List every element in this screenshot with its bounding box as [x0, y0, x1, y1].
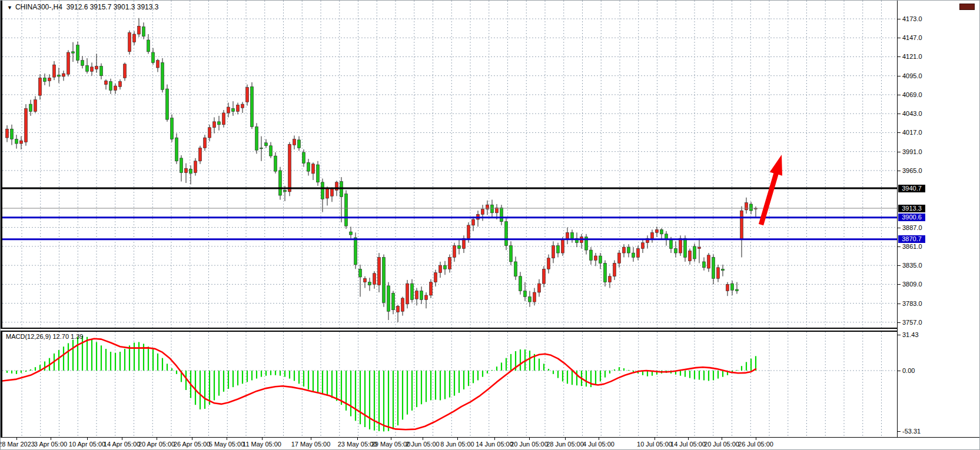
- up-arrow-annotation[interactable]: [759, 155, 782, 225]
- price-tick-label: 3757.0: [902, 319, 922, 326]
- candle-bearish: [693, 246, 696, 259]
- time-label: 5 May 05:00: [209, 441, 245, 448]
- candle-bullish: [609, 276, 612, 282]
- candle-bullish: [637, 249, 640, 258]
- price-badge-3913.3: 3913.3: [898, 205, 925, 212]
- time-tick: [192, 438, 192, 440]
- candle-bullish: [467, 225, 470, 238]
- macd-axis-label: -53.31: [902, 428, 921, 435]
- candle-bearish: [11, 129, 14, 139]
- price-tick-label: 3783.0: [902, 300, 922, 307]
- candle-bearish: [142, 27, 145, 36]
- price-badge-3900.6: 3900.6: [898, 214, 925, 221]
- candle-bearish: [298, 140, 301, 148]
- price-axis[interactable]: 4173.04147.04121.04095.04069.04043.04017…: [897, 1, 980, 437]
- time-label: 29 May 05:00: [371, 441, 411, 448]
- candle-bearish: [712, 257, 715, 278]
- candle-bearish: [190, 169, 192, 173]
- candle-bearish: [514, 262, 517, 276]
- price-tick-label: 4121.0: [902, 53, 922, 60]
- chevron-down-icon[interactable]: ▼: [7, 5, 12, 11]
- candle-bearish: [274, 156, 277, 171]
- candle-bullish: [538, 284, 541, 292]
- axis-tick: [898, 38, 901, 38]
- time-tick: [565, 438, 566, 440]
- candle-bearish: [232, 109, 235, 112]
- candle-bearish: [392, 293, 395, 310]
- candle-bullish: [656, 229, 659, 232]
- candle-bullish: [613, 263, 616, 276]
- price-tick-label: 4043.0: [902, 110, 922, 117]
- axis-tick: [898, 171, 901, 171]
- time-tick: [391, 438, 391, 440]
- candle-bearish: [750, 204, 753, 211]
- time-label: 17 May 05:00: [291, 441, 331, 448]
- time-axis[interactable]: 28 Mar 20233 Apr 05:0010 Apr 05:0014 Apr…: [1, 437, 980, 450]
- candle-bearish: [359, 269, 362, 277]
- candle-bullish: [105, 81, 108, 84]
- candle-bullish: [20, 141, 23, 144]
- price-chart[interactable]: [2, 1, 897, 328]
- axis-tick: [898, 304, 901, 304]
- candle-bearish: [354, 238, 357, 265]
- candle-bearish: [660, 229, 663, 234]
- candle-bearish: [270, 146, 273, 156]
- candle-bullish: [449, 257, 451, 269]
- candle-bullish: [34, 100, 37, 112]
- candle-bearish: [303, 152, 305, 164]
- candle-bearish: [307, 162, 310, 171]
- candle-bearish: [491, 205, 494, 213]
- time-label: 20 Apr 05:00: [138, 441, 175, 448]
- candle-bearish: [383, 257, 386, 302]
- candle-bullish: [698, 247, 701, 248]
- candle-bullish: [39, 78, 42, 95]
- time-tick: [423, 438, 423, 440]
- candle-bullish: [378, 257, 381, 285]
- time-tick: [357, 438, 358, 440]
- candle-bullish: [246, 88, 249, 102]
- candle-bearish: [72, 52, 75, 53]
- candle-bullish: [199, 148, 202, 161]
- time-label: 10 Apr 05:00: [69, 441, 105, 448]
- candle-bearish: [632, 253, 635, 257]
- candle-bearish: [458, 246, 461, 249]
- time-tick: [756, 438, 756, 440]
- time-tick: [51, 438, 51, 440]
- candle-bearish: [571, 232, 574, 238]
- candle-bullish: [48, 78, 51, 81]
- candle-bearish: [510, 246, 513, 262]
- time-tick: [457, 438, 458, 440]
- candle-bullish: [707, 255, 710, 268]
- candle-bullish: [326, 188, 329, 198]
- corner-marker: [959, 4, 975, 10]
- candle-bullish: [288, 144, 291, 192]
- time-label: 14 Jul 05:00: [670, 441, 706, 448]
- candle-bullish: [397, 306, 400, 312]
- candle-bearish: [444, 265, 447, 269]
- ohlc-values: 3912.6 3915.7 3901.3 3913.3: [67, 3, 159, 11]
- candle-bullish: [481, 209, 484, 215]
- candle-bearish: [368, 282, 371, 285]
- candle-bearish: [590, 250, 593, 260]
- price-tick-label: 3991.0: [902, 148, 922, 155]
- price-badge-3940.7: 3940.7: [898, 185, 925, 192]
- axis-tick: [898, 56, 901, 57]
- candle-bearish: [387, 286, 390, 311]
- candle-bullish: [552, 246, 555, 258]
- time-label: 14 Jun 05:00: [476, 441, 513, 448]
- candle-bearish: [350, 232, 353, 235]
- candle-bearish: [345, 194, 348, 226]
- price-chart-panel[interactable]: ▼CHINA300-,H4 3912.6 3915.7 3901.3 3913.…: [1, 1, 897, 328]
- time-label: 10 Jul 05:00: [637, 441, 672, 448]
- panel-separator[interactable]: [1, 328, 897, 332]
- macd-chart[interactable]: [2, 332, 897, 437]
- candle-bullish: [689, 251, 692, 261]
- candle-bullish: [91, 67, 94, 71]
- candle-bullish: [594, 256, 597, 260]
- price-badge-3870.7: 3870.7: [898, 235, 925, 243]
- price-tick-label: 3887.0: [902, 224, 922, 231]
- candle-bullish: [533, 292, 536, 302]
- macd-indicator-panel[interactable]: MACD(12,26,9) 12.70 1.39: [1, 332, 897, 437]
- time-tick: [122, 438, 122, 440]
- time-label: 2 Jun 05:00: [406, 441, 440, 448]
